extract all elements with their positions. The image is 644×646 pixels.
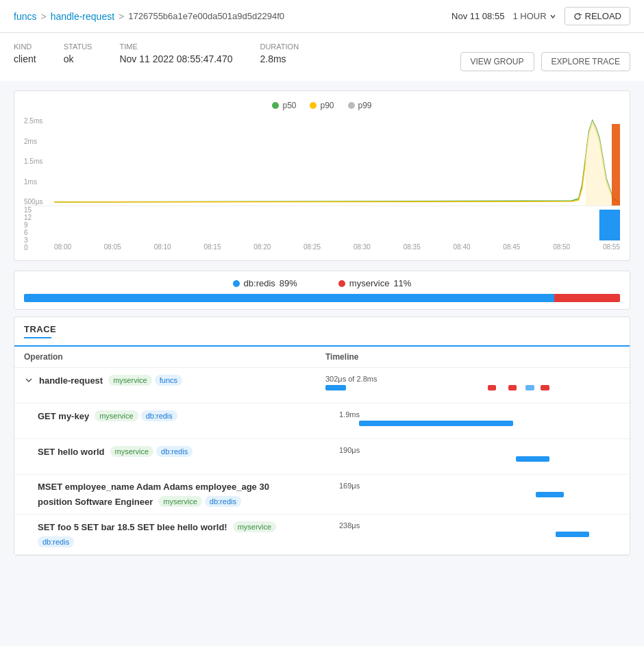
collapse-icon[interactable] [24, 375, 34, 385]
breadcrumb-handle-request[interactable]: handle-request [51, 11, 114, 22]
meta-time-label: Time [119, 42, 232, 51]
y-label-b3: 6 [24, 229, 38, 236]
header-controls: Nov 11 08:55 1 HOUR RELOAD [451, 7, 630, 25]
pie-redis-label: db:redis [244, 278, 275, 288]
breadcrumb-funcs[interactable]: funcs [14, 11, 36, 22]
x-label-2: 08:10 [154, 243, 171, 251]
trace-title: TRACE [24, 324, 56, 334]
op-name-wrap: SET foo 5 SET bar 18.5 SET blee hello wo… [38, 521, 332, 547]
timeline-label-get: 1.9ms [339, 410, 620, 419]
y-label-b1: 12 [24, 214, 38, 221]
x-axis: 08:00 08:05 08:10 08:15 08:20 08:25 08:3… [54, 243, 620, 251]
y-label-b0: 15 [24, 206, 38, 214]
trace-row: MSET employee_name Adam Adams employee_a… [14, 475, 630, 514]
p90-dot [310, 102, 317, 109]
op-set-hello: SET hello world myservice db:redis [38, 446, 339, 457]
op-name-wrap: SET hello world myservice db:redis [38, 446, 332, 457]
timeline-mset: 169μs [339, 482, 620, 497]
view-group-button[interactable]: VIEW GROUP [460, 52, 534, 71]
percent-bar-red [554, 294, 620, 302]
op-name-set-foo: SET foo 5 SET bar 18.5 SET blee hello wo… [38, 522, 227, 532]
tag-myservice-foo: myservice [233, 521, 277, 532]
x-label-0: 08:00 [54, 243, 71, 251]
chart-count: 15 12 9 6 3 0 [24, 206, 620, 240]
op-mset: MSET employee_name Adam Adams employee_a… [38, 482, 339, 507]
timeline-get-my-key: 1.9ms [339, 410, 620, 426]
pie-myservice-percent: 11% [393, 278, 411, 288]
meta-kind: Kind client [14, 42, 36, 64]
count-chart-svg [54, 206, 620, 240]
op-set-foo: SET foo 5 SET bar 18.5 SET blee hello wo… [38, 521, 339, 547]
op-handle-request: handle-request myservice funcs [24, 375, 325, 386]
timeline-set-hello: 190μs [339, 446, 620, 462]
svg-rect-2 [599, 210, 620, 240]
tag-myservice-mset: myservice [158, 496, 202, 507]
page-header: funcs > handle-request > 1726755b6a1e7e0… [0, 0, 644, 33]
meta-section: Kind client Status ok Time Nov 11 2022 0… [0, 33, 644, 81]
op-name-set-hello: SET hello world [38, 447, 105, 457]
reload-button[interactable]: RELOAD [565, 7, 630, 25]
p50-dot [272, 102, 279, 109]
timeline-bar-wrap-get [339, 421, 620, 426]
explore-trace-button[interactable]: EXPLORE TRACE [541, 52, 630, 71]
timeline-bar-wrap-foo [339, 532, 620, 537]
y-label-b5: 0 [24, 244, 38, 251]
pie-dot-blue [233, 280, 240, 287]
op-name-mset-2: position Software Engineer [38, 497, 153, 507]
percent-bar-blue [24, 294, 554, 302]
time-range-selector[interactable]: 1 HOUR [512, 11, 556, 21]
trace-section: TRACE Operation Timeline handle-request … [14, 316, 630, 556]
p99-label: p99 [358, 101, 372, 110]
op-column-header: Operation [24, 352, 325, 362]
y-label-1: 2ms [24, 138, 53, 145]
op-name-wrap: handle-request myservice funcs [24, 375, 319, 386]
meta-duration-label: Duration [260, 42, 299, 51]
timeline-column-header: Timeline [325, 352, 620, 362]
tag-funcs: funcs [155, 375, 182, 386]
tag-redis-set: db:redis [156, 446, 193, 457]
chart-legend: p50 p90 p99 [24, 101, 620, 110]
meta-duration-value: 2.8ms [260, 53, 286, 64]
chart-section: p50 p90 p99 2.5ms 2ms 1.5ms 1ms 500μs [14, 90, 630, 261]
meta-kind-value: client [14, 53, 36, 64]
breadcrumb-trace-id: 1726755b6a1e7e00da501a9d5d2294f0 [128, 11, 284, 21]
meta-actions: VIEW GROUP EXPLORE TRACE [460, 52, 631, 71]
legend-p99: p99 [348, 101, 372, 110]
trace-header: TRACE [14, 317, 630, 347]
trace-row: SET foo 5 SET bar 18.5 SET blee hello wo… [14, 514, 630, 555]
pie-redis-percent: 89% [280, 278, 297, 288]
op-get-my-key: GET my-key myservice db:redis [38, 410, 339, 421]
chart-area: 2.5ms 2ms 1.5ms 1ms 500μs [24, 117, 620, 240]
tbar-red-2 [508, 385, 517, 390]
op-name-mset: MSET employee_name Adam Adams employee_a… [38, 482, 269, 492]
timeline-label-foo: 238μs [339, 521, 620, 530]
percent-bar [24, 294, 620, 302]
pie-item-myservice: myservice 11% [338, 278, 412, 288]
pie-myservice-label: myservice [349, 278, 390, 288]
tag-redis-foo: db:redis [38, 536, 74, 547]
trace-title-underline [24, 337, 51, 338]
tbar-red-1 [488, 385, 497, 390]
op-name-wrap: GET my-key myservice db:redis [38, 410, 332, 421]
pie-item-redis: db:redis 89% [233, 278, 297, 288]
timeline-label-handle: 302μs of 2.8ms [325, 375, 620, 383]
p99-dot [348, 102, 355, 109]
chart-latency: 2.5ms 2ms 1.5ms 1ms 500μs [24, 117, 620, 206]
timeline-bar-wrap-mset [339, 492, 620, 497]
timeline-label-set: 190μs [339, 446, 620, 454]
p90-label: p90 [320, 101, 334, 110]
pie-dot-red [338, 280, 345, 287]
reload-label: RELOAD [585, 11, 621, 21]
latency-chart-svg [54, 117, 620, 206]
meta-status-label: Status [64, 42, 92, 51]
x-label-4: 08:20 [253, 243, 271, 251]
tag-myservice-set: myservice [110, 446, 154, 457]
op-name-wrap: MSET employee_name Adam Adams employee_a… [38, 482, 332, 507]
timeline-set-foo: 238μs [339, 521, 620, 537]
y-label-4: 500μs [24, 198, 53, 206]
x-label-5: 08:25 [304, 243, 321, 251]
tbar-blue-get [359, 421, 514, 426]
x-label-11: 08:55 [603, 243, 620, 251]
meta-kind-label: Kind [14, 42, 36, 51]
meta-status: Status ok [64, 42, 92, 64]
